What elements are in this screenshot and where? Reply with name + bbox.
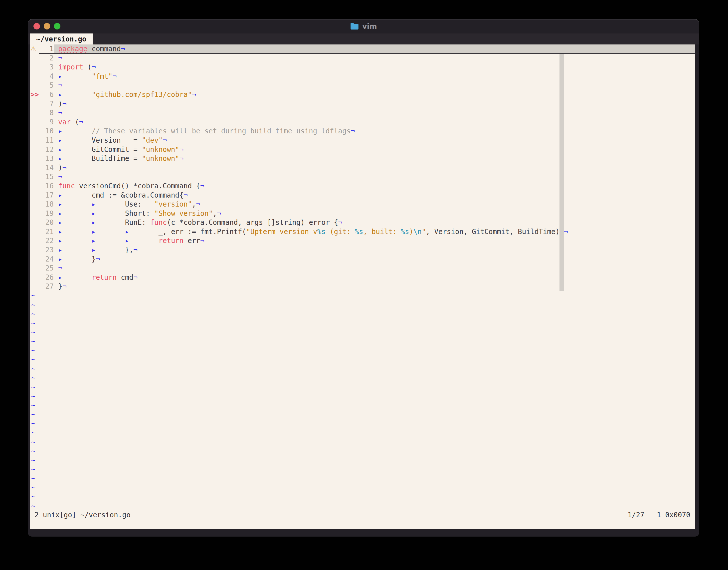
code-line[interactable]: 10▸// These variables will be set during…	[30, 126, 695, 136]
minimize-button[interactable]	[44, 23, 50, 29]
line-number: 8	[39, 108, 54, 118]
sign-column	[30, 264, 39, 273]
code-line[interactable]: 4▸"fmt"¬	[30, 72, 695, 81]
line-number: 6	[39, 90, 54, 99]
line-number: 20	[39, 218, 54, 227]
code-line[interactable]: 24▸}¬	[30, 255, 695, 264]
editor-area[interactable]: ⚠1package command¬2¬3import (¬4▸"fmt"¬5¬…	[30, 44, 695, 529]
line-number: 17	[39, 191, 54, 200]
sign-column	[30, 191, 39, 200]
code-line[interactable]: 25¬	[30, 264, 695, 273]
sign-column	[30, 72, 39, 81]
tilde-line: ~	[30, 373, 695, 383]
code-line[interactable]: ⚠1package command¬	[30, 44, 695, 54]
tab-indent-icon: ▸	[58, 72, 92, 81]
line-text: var (¬	[54, 118, 695, 127]
code-line[interactable]: 23▸▸},¬	[30, 246, 695, 255]
line-number: 4	[39, 72, 54, 81]
sign-column	[30, 126, 39, 136]
code-line[interactable]: 14)¬	[30, 163, 695, 173]
line-text: ▸▸Short: "Show version",¬	[54, 209, 695, 218]
code-line[interactable]: 22▸▸▸return err¬	[30, 236, 695, 246]
code-line[interactable]: 26▸return cmd¬	[30, 273, 695, 282]
code-line[interactable]: 13▸BuildTime = "unknown"¬	[30, 154, 695, 163]
tab-indent-icon: ▸	[58, 145, 92, 155]
line-number: 25	[39, 264, 54, 273]
traffic-lights	[28, 23, 60, 29]
line-number: 21	[39, 227, 54, 237]
line-text: func versionCmd() *cobra.Command {¬	[54, 182, 695, 191]
tilde-line: ~	[30, 383, 695, 392]
code-line[interactable]: 8¬	[30, 108, 695, 118]
line-number: 3	[39, 63, 54, 72]
sign-column	[30, 145, 39, 155]
line-text: ¬	[54, 54, 695, 63]
code-line[interactable]: 3import (¬	[30, 63, 695, 72]
warning-sign-icon: ⚠	[30, 44, 39, 54]
code-line[interactable]: 16func versionCmd() *cobra.Command {¬	[30, 182, 695, 191]
close-button[interactable]	[33, 23, 40, 29]
code-line[interactable]: 19▸▸Short: "Show version",¬	[30, 209, 695, 218]
terminal-window: vim ~/version.go ⚠1package command¬2¬3im…	[28, 19, 699, 537]
tab-indent-icon: ▸	[58, 273, 92, 282]
code-line[interactable]: 7)¬	[30, 99, 695, 109]
line-number: 12	[39, 145, 54, 155]
tilde-line: ~	[30, 410, 695, 419]
tilde-line: ~	[30, 438, 695, 447]
tab-indent-icon: ▸	[58, 246, 92, 255]
maximize-button[interactable]	[54, 23, 60, 29]
code-line[interactable]: 18▸▸Use: "version",¬	[30, 200, 695, 209]
code-line[interactable]: 20▸▸RunE: func(c *cobra.Command, args []…	[30, 218, 695, 227]
code-line[interactable]: 9var (¬	[30, 118, 695, 127]
sign-column	[30, 255, 39, 264]
line-text: ¬	[54, 264, 695, 273]
line-number: 10	[39, 126, 54, 136]
window-title: vim	[362, 22, 377, 30]
sign-column	[30, 99, 39, 109]
line-number: 27	[39, 282, 54, 291]
code-line[interactable]: >>6▸"github.com/spf13/cobra"¬	[30, 90, 695, 99]
tab-indent-icon: ▸	[58, 209, 92, 218]
tilde-line: ~	[30, 337, 695, 346]
sign-column	[30, 163, 39, 173]
sign-column	[30, 54, 39, 63]
code-line[interactable]: 15¬	[30, 172, 695, 182]
code-line[interactable]: 5¬	[30, 81, 695, 90]
tab-indent-icon: ▸	[125, 236, 158, 246]
line-text: )¬	[54, 163, 695, 173]
tab-indent-icon: ▸	[58, 218, 92, 227]
tilde-line: ~	[30, 502, 695, 511]
line-number: 15	[39, 172, 54, 182]
tab-indent-icon: ▸	[58, 236, 92, 246]
tab-indent-icon: ▸	[58, 136, 92, 145]
window-titlebar: vim	[28, 19, 699, 33]
empty-buffer-region: ~~~~~~~~~~~~~~~~~~~~~~~~	[30, 291, 695, 511]
sign-column	[30, 209, 39, 218]
line-text: ▸"github.com/spf13/cobra"¬	[54, 90, 695, 99]
sign-column	[30, 246, 39, 255]
tab-indent-icon: ▸	[92, 218, 125, 227]
line-text: ¬	[54, 81, 695, 90]
code-line[interactable]: 2¬	[30, 54, 695, 63]
line-number: 18	[39, 200, 54, 209]
tab-version-go[interactable]: ~/version.go	[30, 33, 93, 44]
tab-indent-icon: ▸	[92, 236, 125, 246]
tilde-line: ~	[30, 319, 695, 328]
tilde-line: ~	[30, 419, 695, 429]
code-line[interactable]: 12▸GitCommit = "unknown"¬	[30, 145, 695, 155]
line-text: ▸▸▸return err¬	[54, 236, 695, 246]
status-line: 2 unix[go] ~/version.go 1/27 1 0x0070	[30, 511, 695, 520]
tab-indent-icon: ▸	[58, 191, 92, 200]
tab-indent-icon: ▸	[58, 154, 92, 163]
tilde-line: ~	[30, 328, 695, 337]
code-line[interactable]: 21▸▸▸_, err := fmt.Printf("Upterm versio…	[30, 227, 695, 237]
line-number: 2	[39, 54, 54, 63]
desktop-background: { "window": { "title": "vim" }, "tab": {…	[0, 0, 728, 570]
code-line[interactable]: 17▸cmd := &cobra.Command{¬	[30, 191, 695, 200]
tilde-line: ~	[30, 429, 695, 438]
tilde-line: ~	[30, 300, 695, 310]
code-line[interactable]: 27}¬	[30, 282, 695, 291]
line-number: 13	[39, 154, 54, 163]
sign-column	[30, 172, 39, 182]
code-line[interactable]: 11▸Version = "dev"¬	[30, 136, 695, 145]
